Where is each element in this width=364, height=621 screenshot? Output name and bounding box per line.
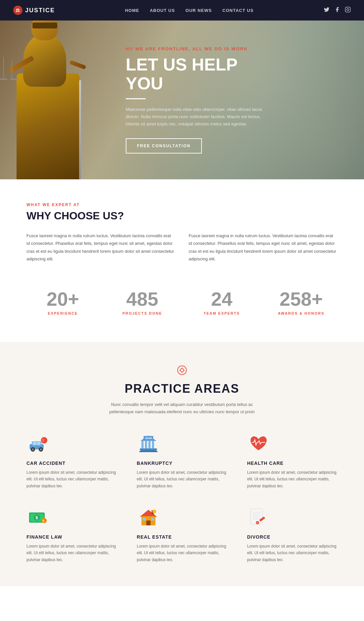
car-accident-icon: ! [26, 432, 50, 455]
svg-rect-14 [141, 441, 144, 449]
svg-rect-6 [37, 442, 40, 445]
hero-divider [126, 98, 146, 99]
practice-item-text-4: Lorem ipsum dolor sit amet, consectetur … [137, 543, 227, 563]
stat-number-2: 24 [185, 289, 258, 309]
cta-button[interactable]: FREE CONSULTATION [126, 138, 202, 154]
practice-item-title-0: CAR ACCIDENT [26, 461, 117, 466]
practice-grid: ! CAR ACCIDENT Lorem ipsum dolor sit ame… [26, 432, 338, 563]
stat-number-0: 20+ [26, 289, 99, 309]
practice-item-title-4: REAL ESTATE [137, 534, 227, 540]
stats-grid: 20+ EXPERIENCE 485 PROJECTS DONE 24 TEAM… [26, 280, 338, 325]
why-section: WHAT WE EXPERT AT WHY CHOOSE US? Fusce l… [0, 179, 364, 342]
practice-section: PRACTICE AREAS Nunc convallis tempor vel… [0, 342, 364, 587]
practice-item-healthcare: HEALTH CARE Lorem ipsum dolor sit amet, … [247, 432, 338, 489]
twitter-icon[interactable] [324, 7, 330, 14]
hero-description: Maecenas pellentesque nulla vitae odio u… [126, 106, 271, 128]
why-text-left: Fusce laoreet magna in nulla rutrum luct… [26, 232, 175, 263]
svg-text:$: $ [43, 519, 44, 523]
practice-item-title-2: HEALTH CARE [247, 461, 338, 466]
nav-contact[interactable]: CONTACT US [222, 8, 253, 13]
practice-item-text-2: Lorem ipsum dolor sit amet, consectetur … [247, 469, 338, 489]
svg-rect-22 [139, 451, 158, 452]
practice-item-realestate: REAL ESTATE Lorem ipsum dolor sit amet, … [137, 506, 227, 563]
nav-about[interactable]: ABOUT US [150, 8, 175, 13]
realestate-icon [137, 506, 160, 529]
stat-experience: 20+ EXPERIENCE [26, 289, 99, 315]
why-title: WHY CHOOSE US? [26, 210, 338, 222]
hero-subtitle: HI! WE ARE FRONTLINE, ALL WE DO IS WORK [126, 46, 271, 51]
facebook-icon[interactable] [334, 7, 340, 14]
svg-rect-33 [142, 518, 146, 521]
svg-rect-17 [152, 441, 154, 449]
stat-projects: 485 PROJECTS DONE [106, 289, 179, 315]
stat-label-0: EXPERIENCE [26, 311, 99, 315]
practice-item-title-3: FINANCE LAW [26, 534, 117, 540]
practice-item-finance: $ $ FINANCE LAW Lorem ipsum dolor sit am… [26, 506, 117, 563]
brand-icon: ⚖ [13, 6, 23, 15]
practice-header: PRACTICE AREAS Nunc convallis tempor vel… [26, 365, 338, 416]
practice-description: Nunc convallis tempor velit vel aliquam … [99, 401, 265, 416]
nav-home[interactable]: HOME [125, 8, 139, 13]
why-grid: Fusce laoreet magna in nulla rutrum luct… [26, 232, 338, 263]
svg-point-8 [32, 448, 34, 451]
practice-title: PRACTICE AREAS [26, 382, 338, 396]
svg-point-11 [41, 437, 47, 444]
practice-item-car-accident: ! CAR ACCIDENT Lorem ipsum dolor sit ame… [26, 432, 117, 489]
divorce-icon [247, 506, 270, 529]
healthcare-icon [247, 432, 270, 455]
bankruptcy-icon: BANK [137, 432, 160, 455]
stat-awards: 258+ AWARDS & HONORS [265, 289, 338, 315]
finance-icon: $ $ [26, 506, 50, 529]
svg-rect-15 [145, 441, 147, 449]
hero-statue [0, 21, 99, 179]
practice-item-title-1: BANKRUPTCY [137, 461, 227, 466]
navbar: ⚖ JUSTICE HOME ABOUT US OUR NEWS CONTACT… [0, 0, 364, 21]
stat-number-1: 485 [106, 289, 179, 309]
practice-item-text-0: Lorem ipsum dolor sit amet, consectetur … [26, 469, 117, 489]
practice-item-bankruptcy: BANK BANKRUPTCY Lorem ipsum dolor sit am… [137, 432, 227, 489]
svg-rect-0 [345, 7, 350, 12]
nav-news[interactable]: OUR NEWS [186, 8, 212, 13]
practice-item-text-1: Lorem ipsum dolor sit amet, consectetur … [137, 469, 227, 489]
svg-text:!: ! [42, 438, 44, 442]
practice-top-icon [26, 365, 338, 378]
svg-rect-21 [140, 450, 157, 451]
svg-rect-16 [148, 441, 151, 449]
brand-name: JUSTICE [25, 7, 55, 14]
stat-label-1: PROJECTS DONE [106, 311, 179, 315]
stat-label-2: TEAM EXPERTS [185, 311, 258, 315]
stat-team: 24 TEAM EXPERTS [185, 289, 258, 315]
brand-logo[interactable]: ⚖ JUSTICE [13, 6, 55, 15]
practice-item-text-5: Lorem ipsum dolor sit amet, consectetur … [247, 543, 338, 563]
why-text-right: Fusce laoreet magna in nulla rutrum luct… [189, 232, 338, 263]
svg-rect-34 [151, 518, 154, 521]
svg-text:$: $ [35, 515, 38, 520]
practice-item-text-3: Lorem ipsum dolor sit amet, consectetur … [26, 543, 117, 563]
svg-rect-18 [140, 448, 157, 450]
svg-point-36 [153, 510, 156, 513]
svg-text:BANK: BANK [145, 437, 153, 440]
svg-rect-32 [146, 521, 151, 526]
svg-point-2 [178, 366, 187, 375]
practice-item-title-5: DIVORCE [247, 534, 338, 540]
hero-section: HI! WE ARE FRONTLINE, ALL WE DO IS WORK … [0, 21, 364, 179]
svg-rect-5 [33, 442, 36, 445]
social-links [324, 7, 351, 14]
hero-title: LET US HELP YOU [126, 55, 271, 93]
stat-number-3: 258+ [265, 289, 338, 309]
hero-content: HI! WE ARE FRONTLINE, ALL WE DO IS WORK … [113, 33, 285, 167]
why-tag: WHAT WE EXPERT AT [26, 202, 338, 207]
stat-label-3: AWARDS & HONORS [265, 311, 338, 315]
practice-item-divorce: DIVORCE Lorem ipsum dolor sit amet, cons… [247, 506, 338, 563]
svg-point-10 [40, 448, 42, 451]
instagram-icon[interactable] [345, 7, 351, 14]
nav-links: HOME ABOUT US OUR NEWS CONTACT US [125, 7, 254, 13]
